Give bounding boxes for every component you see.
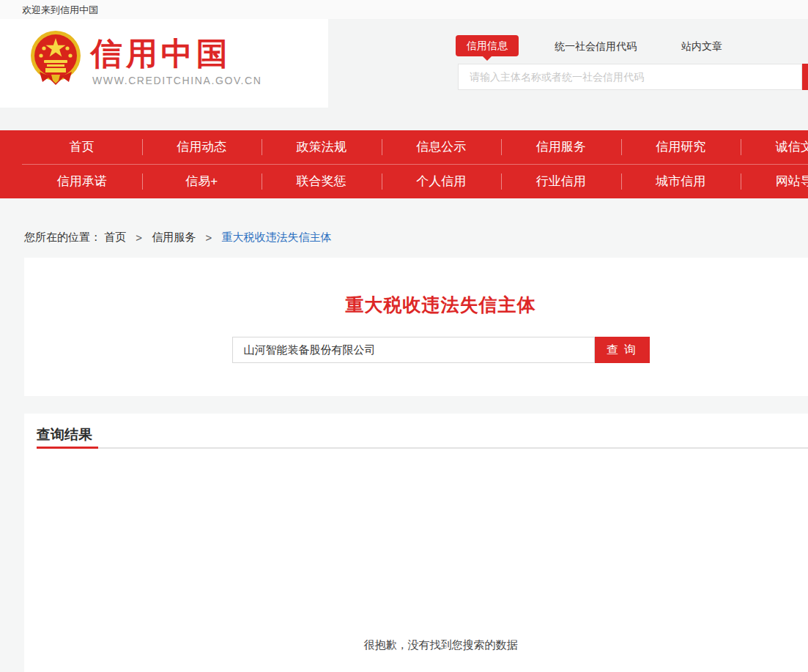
nav-item-site-map[interactable]: 网站导航	[741, 165, 808, 198]
nav-row-2: 信用承诺 信易+ 联合奖惩 个人信用 行业信用 城市信用 网站导航	[22, 165, 808, 198]
nav-item-personal-credit[interactable]: 个人信用	[382, 165, 502, 198]
results-divider	[37, 447, 808, 449]
header-search-input[interactable]	[458, 64, 802, 90]
results-heading: 查询结果	[37, 425, 92, 444]
breadcrumb-separator: >	[205, 231, 212, 244]
nav-item-credit-research[interactable]: 信用研究	[621, 130, 741, 164]
nav-item-xinyi-plus[interactable]: 信易+	[142, 165, 262, 198]
entity-query-input[interactable]	[232, 337, 595, 363]
breadcrumb-current-page[interactable]: 重大税收违法失信主体	[221, 231, 331, 243]
nav-item-policies[interactable]: 政策法规	[262, 130, 382, 164]
brand-url: WWW.CREDITCHINA.GOV.CN	[92, 75, 262, 86]
results-divider-accent	[37, 447, 98, 449]
query-button[interactable]: 查 询	[595, 337, 650, 363]
national-emblem-logo-icon[interactable]	[29, 29, 82, 86]
tab-credit-info-label: 信用信息	[467, 40, 508, 51]
nav-item-credit-services[interactable]: 信用服务	[501, 130, 621, 164]
greeting-text: 欢迎来到信用中国	[22, 4, 98, 17]
page-title: 重大税收违法失信主体	[24, 293, 808, 317]
brand-title[interactable]: 信用中国	[91, 37, 231, 71]
results-panel: 查询结果 很抱歉，没有找到您搜索的数据	[24, 414, 808, 672]
nav-item-joint-reward-punishment[interactable]: 联合奖惩	[262, 165, 382, 198]
tab-credit-info[interactable]: 信用信息	[456, 35, 519, 56]
nav-item-info-disclosure[interactable]: 信息公示	[382, 130, 502, 164]
breadcrumb-home[interactable]: 首页	[104, 231, 126, 243]
nav-item-credit-news[interactable]: 信用动态	[142, 130, 262, 164]
nav-item-integrity-culture[interactable]: 诚信文化	[741, 130, 808, 164]
query-row: 查 询	[232, 337, 650, 363]
breadcrumb-credit-services[interactable]: 信用服务	[152, 231, 196, 243]
breadcrumb-prefix: 您所在的位置：	[24, 231, 101, 243]
nav-item-home[interactable]: 首页	[22, 130, 142, 164]
breadcrumb-separator: >	[136, 231, 142, 244]
tab-pointer-icon	[483, 56, 492, 61]
tab-site-articles[interactable]: 站内文章	[681, 40, 722, 53]
empty-result-message: 很抱歉，没有找到您搜索的数据	[24, 638, 808, 652]
header: 信用中国 WWW.CREDITCHINA.GOV.CN 信用信息 统一社会信用代…	[0, 19, 808, 130]
tab-unified-social-credit-code[interactable]: 统一社会信用代码	[555, 40, 637, 53]
main-navigation: 首页 信用动态 政策法规 信息公示 信用服务 信用研究 诚信文化 信用承诺 信易…	[0, 130, 808, 198]
nav-item-city-credit[interactable]: 城市信用	[621, 165, 741, 198]
header-search-button[interactable]	[802, 64, 808, 90]
nav-item-industry-credit[interactable]: 行业信用	[501, 165, 621, 198]
nav-item-credit-commitment[interactable]: 信用承诺	[22, 165, 142, 198]
query-panel: 重大税收违法失信主体 查 询	[24, 258, 808, 396]
breadcrumb: 您所在的位置： 首页 > 信用服务 > 重大税收违法失信主体	[24, 230, 331, 244]
nav-row-1: 首页 信用动态 政策法规 信息公示 信用服务 信用研究 诚信文化	[22, 130, 808, 164]
top-greeting-bar: 欢迎来到信用中国	[0, 0, 808, 19]
